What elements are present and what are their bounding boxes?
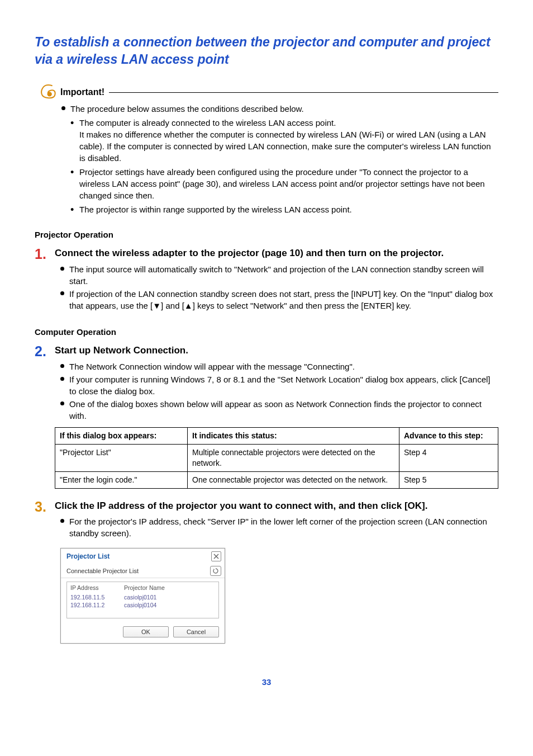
list-item-name: casiolpj0104 — [124, 602, 215, 608]
ok-button[interactable]: OK — [123, 626, 169, 637]
important-bullets: The procedure below assumes the conditio… — [61, 103, 498, 215]
close-icon[interactable] — [211, 551, 221, 561]
page-title: To establish a connection between the pr… — [35, 34, 498, 68]
list-item-name: casiolpj0101 — [124, 594, 215, 601]
list-item[interactable]: 192.168.11.5 casiolpj0101 — [70, 593, 215, 601]
dialog-subtitle: Connectable Projector List — [66, 568, 139, 574]
attention-loop-icon — [39, 84, 58, 101]
projector-list-box: IP Address Projector Name 192.168.11.5 c… — [66, 582, 219, 618]
step-2-bullet-1: The Network Connection window will appea… — [60, 361, 498, 372]
projector-operation-heading: Projector Operation — [35, 230, 498, 239]
table-cell: "Enter the login code." — [55, 471, 188, 488]
page-number: 33 — [35, 677, 498, 687]
projector-list-dialog: Projector List Connectable Projector Lis… — [60, 548, 225, 644]
dialog-title: Projector List — [66, 552, 110, 560]
table-cell: Step 5 — [399, 471, 498, 488]
list-item[interactable]: 192.168.11.2 casiolpj0104 — [70, 601, 215, 609]
cancel-button[interactable]: Cancel — [173, 626, 219, 637]
table-header-1: If this dialog box appears: — [55, 427, 188, 444]
important-label: Important! — [60, 87, 104, 97]
list-header-name: Projector Name — [124, 584, 215, 591]
table-row: "Projector List" Multiple connectable pr… — [55, 444, 498, 471]
step-2-number: 2. — [35, 344, 55, 358]
step-1: 1. Connect the wireless adapter to the p… — [35, 247, 498, 313]
list-item-ip: 192.168.11.2 — [70, 602, 124, 608]
step-2: 2. Start up Network Connection. The Netw… — [35, 344, 498, 489]
important-sub-1: The computer is already connected to the… — [70, 117, 498, 164]
table-row: "Enter the login code." One connectable … — [55, 471, 498, 488]
step-3-number: 3. — [35, 500, 55, 514]
svg-point-0 — [47, 92, 52, 96]
refresh-icon[interactable] — [210, 566, 221, 576]
dialog-status-table: If this dialog box appears: It indicates… — [55, 427, 498, 489]
list-header-ip: IP Address — [70, 584, 124, 591]
step-2-bullet-3: One of the dialog boxes shown below will… — [60, 398, 498, 422]
step-3-bullet-1: For the projector's IP address, check "S… — [60, 516, 498, 539]
table-cell: Step 4 — [399, 444, 498, 471]
important-sub-2: Projector settings have already been con… — [70, 166, 498, 201]
step-3: 3. Click the IP address of the projector… — [35, 500, 498, 541]
table-header-3: Advance to this step: — [399, 427, 498, 444]
important-intro: The procedure below assumes the conditio… — [61, 103, 498, 115]
table-cell: Multiple connectable projectors were det… — [188, 444, 399, 471]
important-header: Important! — [39, 84, 498, 101]
step-2-title: Start up Network Connection. — [55, 344, 498, 357]
step-1-bullet-2: If projection of the LAN connection stan… — [60, 288, 498, 311]
step-3-title: Click the IP address of the projector yo… — [55, 500, 498, 513]
table-cell: "Projector List" — [55, 444, 188, 471]
list-item-ip: 192.168.11.5 — [70, 594, 124, 601]
step-2-bullet-2: If your computer is running Windows 7, 8… — [60, 374, 498, 397]
important-rule — [109, 92, 498, 93]
computer-operation-heading: Computer Operation — [35, 327, 498, 337]
table-cell: One connectable projector was detected o… — [188, 471, 399, 488]
table-header-2: It indicates this status: — [188, 427, 399, 444]
step-1-title: Connect the wireless adapter to the proj… — [55, 247, 498, 260]
step-1-bullet-1: The input source will automatically swit… — [60, 263, 498, 287]
step-1-number: 1. — [35, 247, 55, 261]
important-sub-3: The projector is within range supported … — [70, 204, 498, 215]
